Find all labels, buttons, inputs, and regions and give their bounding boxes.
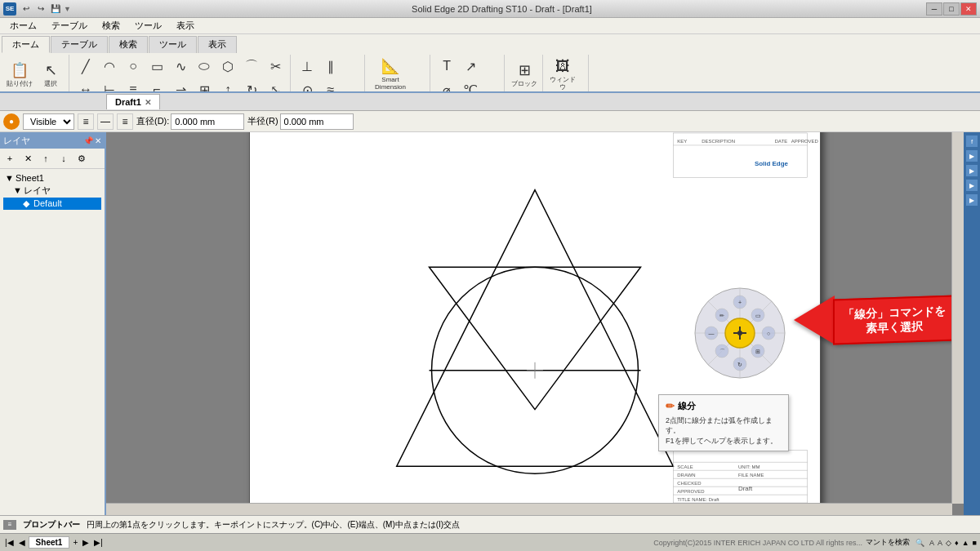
redo-button[interactable]: ↪ xyxy=(34,2,47,16)
ann-btn1[interactable]: T xyxy=(435,55,458,78)
is-btn1[interactable]: ⊥ xyxy=(296,55,318,78)
trim-button[interactable]: ✂ xyxy=(264,55,287,78)
app-icon: SE xyxy=(3,2,16,16)
ribbon-group-draw: ╱ ◠ ○ ▭ ∿ ⬭ ⬡ ⌒ ✂ ↔ ⊢ ≡ ⌐ ⇌ ⊞ ↕ ↻ ⤡ 除何解係 xyxy=(71,55,291,91)
sheet-tab-1[interactable]: Sheet1 xyxy=(29,536,70,549)
sheet-nav-next[interactable]: ▶ xyxy=(81,538,91,547)
maximize-button[interactable]: □ xyxy=(943,2,960,16)
svg-text:↻: ↻ xyxy=(737,362,742,367)
block-button[interactable]: ⊞ ブロック xyxy=(510,55,539,91)
ribbon-group-dimension: 📐 Smart Dimension Smart Dimension xyxy=(367,55,430,91)
close-button[interactable]: ✕ xyxy=(960,2,977,16)
scale-button[interactable]: ⤡ xyxy=(264,78,287,91)
bottom-search-button[interactable]: 🔍 xyxy=(913,536,926,549)
svg-point-40 xyxy=(737,331,742,335)
svg-text:SIZE A4: SIZE A4 xyxy=(677,505,696,510)
icon-2: ♦ xyxy=(955,539,959,547)
smart-dim-button[interactable]: 📐 Smart Dimension xyxy=(370,55,411,91)
undo-button[interactable]: ↩ xyxy=(20,2,33,16)
radius-input[interactable] xyxy=(280,113,354,130)
menu-home[interactable]: ホーム xyxy=(3,18,43,33)
tab-search[interactable]: 検索 xyxy=(109,36,148,53)
move-button[interactable]: ↕ xyxy=(216,78,239,91)
pattern-button[interactable]: ⊞ xyxy=(193,78,216,91)
is-btn2[interactable]: ∥ xyxy=(319,55,342,78)
circle-cmd-icon[interactable]: ● xyxy=(3,113,20,130)
circle-button[interactable]: ○ xyxy=(122,55,145,78)
save-button[interactable]: 💾 xyxy=(49,2,62,16)
drawing-sheet[interactable]: KEY DESCRIPTION DATE APPROVED Solid Edge… xyxy=(249,132,821,515)
menu-table[interactable]: テーブル xyxy=(45,18,94,33)
layer-settings-button[interactable]: ⚙ xyxy=(74,150,90,167)
window-button[interactable]: 🖼 ウィンドウ xyxy=(548,55,577,91)
select-button[interactable]: ↖ 選択 xyxy=(36,55,65,91)
layer-opts-button[interactable]: ≡ xyxy=(78,113,94,130)
layer-delete-button[interactable]: ✕ xyxy=(20,150,36,167)
line-button[interactable]: ╱ xyxy=(74,55,97,78)
menu-search[interactable]: 検索 xyxy=(96,18,127,33)
arc-button[interactable]: ◠ xyxy=(98,55,121,78)
canvas-area[interactable]: KEY DESCRIPTION DATE APPROVED Solid Edge… xyxy=(106,132,964,515)
sheet-add[interactable]: + xyxy=(71,538,79,547)
menu-view[interactable]: 表示 xyxy=(170,18,201,33)
sheet-nav-last[interactable]: ▶| xyxy=(92,538,105,547)
line-style-button[interactable]: — xyxy=(97,113,114,130)
paste-button[interactable]: 📋 貼り付け xyxy=(5,55,34,91)
is-btn3[interactable]: ⊙ xyxy=(296,78,318,91)
svg-text:DESCRIPTION: DESCRIPTION xyxy=(702,138,735,143)
rp-btn2[interactable]: ▶ xyxy=(966,150,978,162)
command-bar: ● Visible ≡ — ≡ 直径(D): 半径(R) xyxy=(0,111,980,132)
sheet-nav-first[interactable]: |◀ xyxy=(3,538,16,547)
tab-table[interactable]: テーブル xyxy=(51,36,108,53)
svg-text:⊞: ⊞ xyxy=(755,349,760,354)
tab-view[interactable]: 表示 xyxy=(198,36,237,53)
tree-item-sheet1[interactable]: ▼ Sheet1 xyxy=(3,172,101,184)
chamfer-button[interactable]: ⌐ xyxy=(145,78,168,91)
offset-button[interactable]: ≡ xyxy=(122,78,145,91)
sidebar-close-button[interactable]: ✕ xyxy=(95,136,101,145)
sheet-nav-prev[interactable]: ◀ xyxy=(17,538,27,547)
main-area: レイヤ 📌 ✕ + ✕ ↑ ↓ ⚙ ▼ Sheet1 ▼ レイヤ ◆ D xyxy=(0,132,980,515)
radial-menu[interactable]: ○ + — ↻ ⊞ ⌒ ▭ xyxy=(691,284,789,382)
annotation-items: T ↗ ⌀ ℃ ⊾ ≣ xyxy=(435,55,501,91)
mirror-button[interactable]: ⇌ xyxy=(169,78,192,91)
svg-marker-0 xyxy=(397,189,674,466)
ann-btn4[interactable]: ℃ xyxy=(459,78,482,91)
rect-button[interactable]: ▭ xyxy=(145,55,168,78)
menu-tools[interactable]: ツール xyxy=(128,18,168,33)
polygon-button[interactable]: ⬡ xyxy=(216,55,239,78)
bottom-right: Copyright(C)2015 INTER ERICH JAPAN CO LT… xyxy=(653,536,977,549)
rp-btn4[interactable]: ▶ xyxy=(966,180,978,191)
is-btn4[interactable]: ≈ xyxy=(319,78,342,91)
tab-tools[interactable]: ツール xyxy=(149,36,197,53)
diameter-input[interactable] xyxy=(171,113,244,130)
split-button[interactable]: ⊢ xyxy=(98,78,121,91)
ann-btn3[interactable]: ⌀ xyxy=(435,78,458,91)
doc-tab-draft1[interactable]: Draft1 ✕ xyxy=(106,94,160,109)
fillet-button[interactable]: ⌒ xyxy=(240,55,263,78)
layer-select[interactable]: Visible xyxy=(23,113,74,130)
svg-text:DATE: DATE xyxy=(775,138,787,143)
ellipse-button[interactable]: ⬭ xyxy=(193,55,216,78)
layer-down-button[interactable]: ↓ xyxy=(56,150,72,167)
line-width-button[interactable]: ≡ xyxy=(117,113,133,130)
tab-close-button[interactable]: ✕ xyxy=(145,98,151,107)
layer-up-button[interactable]: ↑ xyxy=(38,150,54,167)
curve-button[interactable]: ∿ xyxy=(169,55,192,78)
ann-btn2[interactable]: ↗ xyxy=(459,55,482,78)
tree-item-layer[interactable]: ▼ レイヤ xyxy=(3,184,101,198)
tab-home[interactable]: ホーム xyxy=(2,36,50,53)
rp-btn5[interactable]: ▶ xyxy=(966,194,978,206)
svg-text:KEY: KEY xyxy=(677,138,687,143)
rotate-button[interactable]: ↻ xyxy=(240,78,263,91)
rp-btn1[interactable]: f xyxy=(966,136,978,147)
layer-new-button[interactable]: + xyxy=(2,150,18,167)
tooltip-desc2: F1を押してヘルプを表示します。 xyxy=(666,436,782,447)
minimize-button[interactable]: ─ xyxy=(926,2,942,16)
rp-btn3[interactable]: ▶ xyxy=(966,165,978,176)
ribbon-group-intellisketch: ⊥ ∥ ⊙ ≈ ⊿ ⊕ IntelliSketch xyxy=(292,55,365,91)
tooltip-box: ✏ 線分 2点間に線分または弧を作成します。 F1を押してヘルプを表示します。 xyxy=(658,394,789,452)
sidebar-pin-button[interactable]: 📌 xyxy=(83,136,93,145)
tree-item-default[interactable]: ◆ Default xyxy=(3,198,101,210)
extend-button[interactable]: ↔ xyxy=(74,78,97,91)
